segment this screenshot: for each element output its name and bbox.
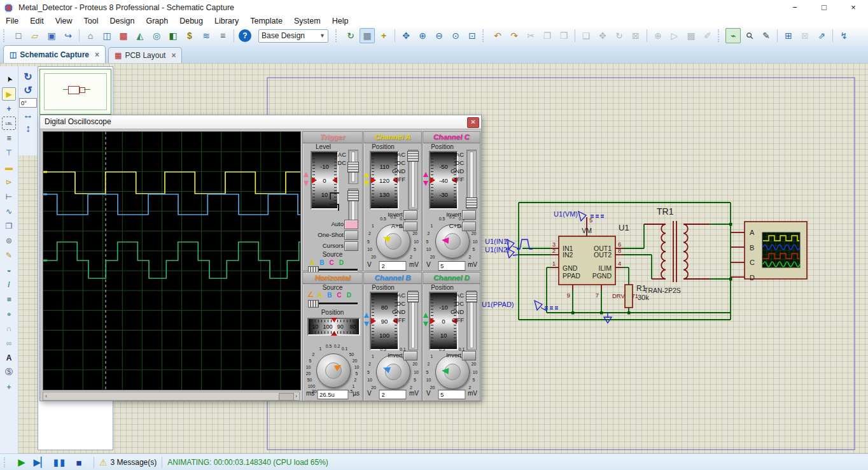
coupling-switch[interactable] <box>408 290 418 350</box>
menu-file[interactable]: File <box>0 17 24 25</box>
channel-position-arrows[interactable] <box>423 313 429 327</box>
graph-mode-button[interactable]: ∿ <box>2 204 16 218</box>
zoom-in-button[interactable]: ⊕ <box>415 28 430 43</box>
2d-symbol-button[interactable]: Ⓢ <box>2 366 16 379</box>
scroll-left-icon[interactable]: ‹ <box>45 393 47 399</box>
maximize-button[interactable]: □ <box>809 0 839 15</box>
oscilloscope-component[interactable]: A B C D <box>745 222 807 281</box>
oscilloscope-window[interactable]: Digital Oscilloscope ✕ ‹ › Trigger Level… <box>39 115 482 401</box>
tab-schematic-capture[interactable]: ◫ Schematic Capture × <box>3 45 106 63</box>
channel-position-arrows[interactable] <box>364 313 370 327</box>
invert-button[interactable] <box>403 351 417 360</box>
coupling-switch[interactable] <box>466 150 477 210</box>
invert-button[interactable] <box>403 210 417 220</box>
toggle-grid-button[interactable]: ▦ <box>360 28 375 43</box>
save-project-button[interactable]: ▣ <box>44 28 59 43</box>
rotation-angle-input[interactable]: 0° <box>19 98 37 108</box>
home-page-button[interactable]: ⌂ <box>83 28 98 43</box>
2d-marker-button[interactable]: + <box>2 380 16 394</box>
scale-value[interactable]: 2 <box>379 390 407 399</box>
2d-circle-button[interactable]: ● <box>2 307 16 320</box>
scale-value[interactable]: 5 <box>438 390 465 399</box>
subcircuit-mode-button[interactable]: ▬ <box>2 160 16 174</box>
rotate-clockwise-button[interactable]: ↻ <box>24 71 32 83</box>
menu-debug[interactable]: Debug <box>174 17 209 25</box>
rotate-anticlockwise-button[interactable]: ↺ <box>24 85 32 96</box>
bill-of-materials-button[interactable]: $ <box>182 28 197 43</box>
wire-autorouter-button[interactable]: ⌁ <box>725 28 741 43</box>
stop-button[interactable]: ■ <box>69 457 88 468</box>
import-project-button[interactable]: ↪ <box>60 28 76 43</box>
pause-button[interactable]: ▮▮ <box>50 457 69 468</box>
device-pins-mode-button[interactable]: ⊢ <box>2 190 16 203</box>
menu-tool[interactable]: Tool <box>78 17 104 25</box>
u1-chip[interactable]: VM IN1 IN2 GND PPAD OUT1 OUT2 ILIM PGND … <box>552 217 629 299</box>
auto-button[interactable] <box>344 220 358 229</box>
zoom-all-button[interactable]: ⊙ <box>448 28 463 43</box>
oscilloscope-close-button[interactable]: ✕ <box>467 117 479 128</box>
new-sheet-button[interactable]: ⊞ <box>781 28 796 43</box>
invert-button[interactable] <box>462 210 476 220</box>
trigger-level-arrows[interactable] <box>304 172 309 186</box>
trigger-coupling-switch[interactable] <box>348 150 358 184</box>
close-button[interactable]: × <box>839 0 868 15</box>
property-assignment-button[interactable]: ✎ <box>759 28 774 43</box>
scroll-thumb[interactable] <box>279 393 294 401</box>
message-count[interactable]: 3 Message(s) <box>111 458 157 467</box>
2d-arc-button[interactable]: ∩ <box>2 322 16 335</box>
buses-mode-button[interactable]: ⊤ <box>2 146 16 159</box>
menu-library[interactable]: Library <box>209 17 244 25</box>
text-script-mode-button[interactable]: ≡ <box>2 131 16 145</box>
pcb-layout-button[interactable]: ▦ <box>116 28 131 43</box>
menu-help[interactable]: Help <box>326 17 354 25</box>
tab-close-icon[interactable]: × <box>171 51 176 60</box>
cursors-button[interactable] <box>344 241 358 251</box>
new-project-button[interactable]: □ <box>11 28 26 43</box>
schematic-capture-button[interactable]: ◫ <box>99 28 115 43</box>
menu-view[interactable]: View <box>50 17 78 25</box>
redraw-button[interactable]: ↻ <box>343 28 358 43</box>
pan-view-button[interactable]: ✥ <box>398 28 414 43</box>
origin-button[interactable]: + <box>376 28 391 43</box>
2d-text-button[interactable]: A <box>2 351 16 364</box>
selection-mode-button[interactable]: ➤ <box>0 70 18 89</box>
2d-box-button[interactable]: ■ <box>2 292 16 306</box>
step-button[interactable]: ▶▏ <box>31 457 50 468</box>
junction-dot-mode-button[interactable]: + <box>2 102 16 115</box>
channel-position-arrows[interactable] <box>364 172 370 186</box>
c-d-button[interactable] <box>462 222 476 231</box>
zoom-area-button[interactable]: ⊡ <box>465 28 480 43</box>
scale-value[interactable]: 5 <box>438 261 465 271</box>
2d-line-button[interactable]: / <box>2 278 16 291</box>
mirror-vertical-button[interactable]: ↕ <box>25 123 31 134</box>
virtual-instruments-mode-button[interactable]: ◒ <box>2 263 16 276</box>
trigger-edge-switch[interactable] <box>348 189 358 223</box>
open-project-button[interactable]: ▱ <box>27 28 43 43</box>
tab-pcb-layout[interactable]: ▦ PCB Layout × <box>108 47 182 63</box>
gerber-viewer-button[interactable]: ◎ <box>149 28 164 43</box>
one-shot-button[interactable] <box>344 231 358 240</box>
electrical-rules-check-button[interactable]: ↯ <box>836 28 851 43</box>
generator-mode-button[interactable]: ⊚ <box>2 234 16 247</box>
play-button[interactable]: ▶ <box>12 457 31 468</box>
search-components-button[interactable]: ⚲ <box>739 25 760 46</box>
project-notes-button[interactable]: ≡ <box>215 28 230 43</box>
timebase-value[interactable]: 26.5u <box>317 390 348 399</box>
2d-path-button[interactable]: ∞ <box>2 336 16 350</box>
goto-sheet-button[interactable]: ⇗ <box>814 28 829 43</box>
mirror-horizontal-button[interactable]: ↔ <box>23 110 33 121</box>
menu-graph[interactable]: Graph <box>140 17 174 25</box>
menu-edit[interactable]: Edit <box>24 17 50 25</box>
terminals-mode-button[interactable]: ⊳ <box>2 175 16 189</box>
design-explorer-button[interactable]: ◧ <box>165 28 181 43</box>
simulation-button[interactable]: ≋ <box>199 28 214 43</box>
invert-button[interactable] <box>462 351 476 360</box>
minimize-button[interactable]: − <box>780 0 809 15</box>
design-selector[interactable]: Base Design ▼ <box>258 29 328 43</box>
component-mode-button[interactable]: ▶ <box>2 87 16 101</box>
help-button[interactable]: ? <box>239 29 251 42</box>
scroll-right-icon[interactable]: › <box>295 393 297 399</box>
tr1-transformer[interactable]: TR1 TRAN-2P2S <box>644 206 688 294</box>
zoom-out-button[interactable]: ⊖ <box>431 28 447 43</box>
scale-value[interactable]: 2 <box>379 261 407 271</box>
